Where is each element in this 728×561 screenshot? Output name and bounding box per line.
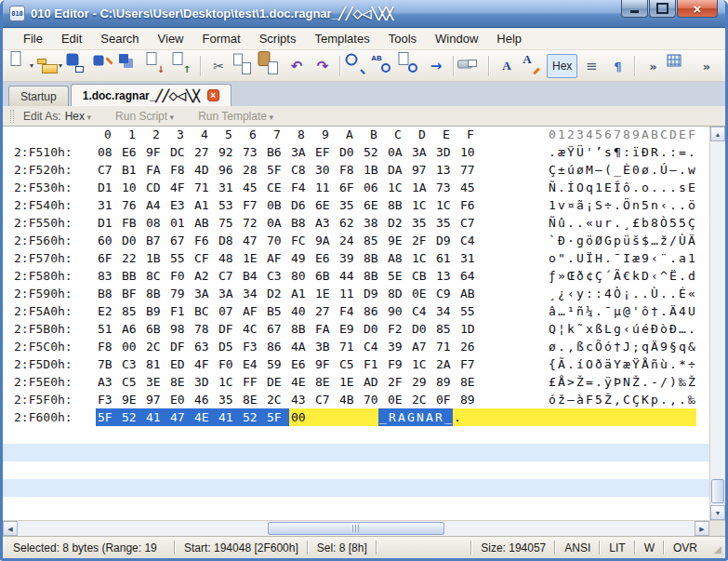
ascii-char[interactable]: .	[566, 355, 576, 373]
hex-byte[interactable]: 27	[192, 143, 217, 161]
hex-byte[interactable]: E2	[96, 302, 120, 320]
ascii-char[interactable]: Ñ	[548, 179, 557, 196]
ascii-char[interactable]: ´	[603, 267, 613, 285]
ascii-char[interactable]: Ž	[631, 373, 641, 391]
hex-byte[interactable]: BC	[192, 302, 217, 320]
ascii-char[interactable]: Ç	[548, 161, 557, 179]
hex-byte[interactable]: 51	[96, 320, 120, 338]
ascii-char[interactable]: Ž	[603, 391, 613, 408]
ascii-char[interactable]: @	[622, 302, 631, 320]
menu-format[interactable]: Format	[193, 28, 250, 49]
hex-byte[interactable]: F1	[168, 302, 192, 320]
hex-empty-row[interactable]	[3, 426, 709, 444]
ascii-char[interactable]: H	[594, 249, 603, 267]
hex-byte[interactable]: 01	[168, 214, 192, 232]
scroll-left-button[interactable]	[3, 521, 18, 536]
hex-byte[interactable]: 06	[362, 179, 386, 196]
ascii-char[interactable]: R	[434, 408, 443, 426]
hex-byte[interactable]: 8E	[241, 391, 265, 408]
hex-byte[interactable]: 1C	[410, 249, 434, 267]
hex-byte[interactable]: F6	[458, 196, 483, 214]
ascii-char[interactable]: Ù	[650, 285, 659, 302]
hex-byte[interactable]: 85	[120, 302, 144, 320]
hex-byte[interactable]: F4	[338, 302, 362, 320]
hex-byte[interactable]: 4F	[192, 355, 217, 373]
hex-byte[interactable]: 08	[144, 214, 168, 232]
hex-byte[interactable]: 47	[168, 408, 192, 426]
ascii-char[interactable]: Õ	[594, 338, 603, 355]
save-button[interactable]	[67, 54, 91, 78]
save-as-button[interactable]	[93, 54, 117, 78]
ascii-char[interactable]: Ù	[678, 232, 687, 249]
ascii-char[interactable]: †	[613, 338, 622, 355]
ascii-char[interactable]: §	[668, 338, 678, 355]
hex-byte[interactable]: 2F	[386, 373, 410, 391]
hex-byte[interactable]: 27	[313, 302, 338, 320]
horizontal-scrollbar[interactable]	[3, 520, 709, 536]
ascii-char[interactable]: d	[687, 267, 696, 285]
hex-byte[interactable]: 71	[192, 179, 217, 196]
hex-byte[interactable]: 1E	[313, 285, 338, 302]
hex-byte[interactable]: 40	[289, 302, 313, 320]
ascii-char[interactable]: n	[631, 196, 641, 214]
hex-row[interactable]: 2:F580h:83BB8CF0A2C7B4C3806B448B5ECB1364…	[3, 267, 709, 285]
toolbar-overflow-button[interactable]	[641, 54, 665, 78]
menu-edit[interactable]: Edit	[52, 28, 91, 49]
hex-byte[interactable]: 07	[217, 302, 241, 320]
hex-byte[interactable]: 55	[168, 249, 192, 267]
hex-byte[interactable]: 35	[434, 214, 458, 232]
ascii-char[interactable]: ¼	[585, 302, 594, 320]
ascii-char[interactable]: ÷	[687, 355, 696, 373]
hex-row[interactable]: 2:F5A0h:E285B9F1BC07AFB54027F48690C43455…	[3, 302, 709, 320]
ascii-char[interactable]: .	[678, 391, 687, 408]
hex-byte[interactable]: A3	[96, 373, 120, 391]
ascii-char[interactable]: o	[641, 179, 650, 196]
hex-byte[interactable]: A4	[144, 196, 168, 214]
export-hex-button[interactable]	[171, 54, 195, 78]
ascii-char[interactable]: /	[668, 232, 678, 249]
ascii-char[interactable]: .	[566, 214, 576, 232]
hex-byte[interactable]: 4D	[192, 161, 217, 179]
menu-templates[interactable]: Templates	[305, 28, 378, 49]
print-button[interactable]	[459, 54, 483, 78]
ascii-char[interactable]: …	[557, 302, 566, 320]
hex-byte[interactable]: FA	[313, 320, 338, 338]
hex-byte[interactable]: C7	[458, 214, 483, 232]
hex-byte[interactable]: CD	[144, 179, 168, 196]
ascii-char[interactable]: .	[678, 161, 687, 179]
hex-byte[interactable]: 7B	[96, 355, 120, 373]
vertical-scrollbar[interactable]	[709, 127, 725, 520]
ascii-char[interactable]: ¡	[585, 196, 594, 214]
hex-byte[interactable]: 46	[192, 391, 217, 408]
hex-row[interactable]: 2:F600h:5F5241474E41525F00_RAGNAR_.	[3, 408, 709, 426]
hex-byte[interactable]: 8B	[289, 320, 313, 338]
ascii-char[interactable]: ,	[566, 338, 576, 355]
ascii-char[interactable]: ž	[659, 232, 668, 249]
ascii-char[interactable]: .	[548, 143, 557, 161]
ascii-char[interactable]: q	[678, 338, 687, 355]
hex-byte[interactable]: F4	[289, 179, 313, 196]
menu-tools[interactable]: Tools	[379, 28, 426, 49]
hex-byte[interactable]: D0	[120, 232, 144, 249]
hex-byte[interactable]: A3	[313, 214, 338, 232]
hex-row[interactable]: 2:F510h:08E69FDC279273B63AEFD0520A3A3D10…	[3, 143, 709, 161]
hex-byte[interactable]: D0	[338, 143, 362, 161]
ascii-char[interactable]: y	[576, 285, 585, 302]
ascii-char[interactable]: ø	[641, 161, 650, 179]
ascii-char[interactable]: .	[668, 355, 678, 373]
hex-byte[interactable]: 6B	[313, 267, 338, 285]
hex-byte[interactable]: 2A	[434, 355, 458, 373]
menu-scripts[interactable]: Scripts	[250, 28, 306, 49]
ascii-char[interactable]: 5	[641, 196, 650, 214]
hex-empty-row[interactable]	[3, 497, 709, 514]
hex-byte[interactable]: E3	[168, 196, 192, 214]
hex-byte[interactable]: 78	[192, 320, 217, 338]
hex-byte[interactable]: 8E	[168, 373, 192, 391]
ascii-char[interactable]: g	[576, 232, 585, 249]
ascii-char[interactable]: 9	[659, 338, 668, 355]
ascii-char[interactable]: ¹	[566, 302, 576, 320]
ascii-char[interactable]: {	[548, 355, 557, 373]
hex-byte[interactable]: 41	[217, 408, 241, 426]
ascii-char[interactable]: F	[585, 391, 594, 408]
ascii-char[interactable]: Ä	[668, 302, 678, 320]
